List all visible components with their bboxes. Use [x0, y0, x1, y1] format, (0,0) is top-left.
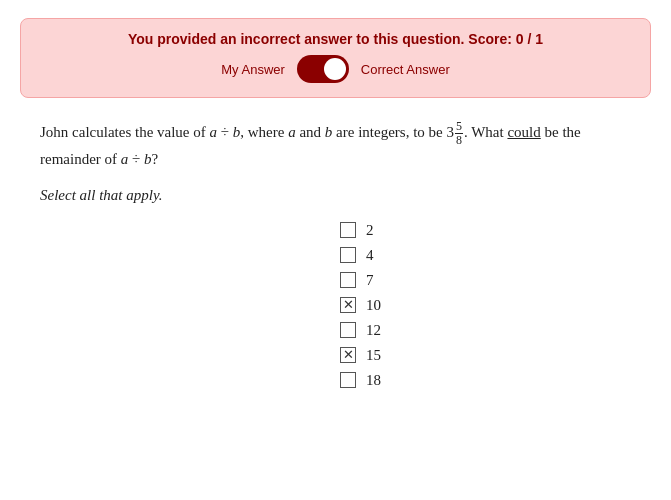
options-list: 2 4 7 ✕ 10 12 ✕ 15 18: [340, 222, 641, 389]
checkbox-4[interactable]: [340, 247, 356, 263]
checkbox-2[interactable]: [340, 222, 356, 238]
checkbox-10[interactable]: ✕: [340, 297, 356, 313]
alert-text: You provided an incorrect answer to this…: [41, 31, 630, 47]
toggle-knob: [324, 58, 346, 80]
answer-toggle[interactable]: [297, 55, 349, 83]
list-item: 2: [340, 222, 374, 239]
list-item: 4: [340, 247, 374, 264]
correct-answer-label: Correct Answer: [361, 62, 450, 77]
list-item: 18: [340, 372, 381, 389]
list-item: ✕ 15: [340, 347, 381, 364]
option-label: 10: [366, 297, 381, 314]
option-label: 18: [366, 372, 381, 389]
list-item: 7: [340, 272, 374, 289]
toggle-row: My Answer Correct Answer: [41, 55, 630, 83]
checkbox-7[interactable]: [340, 272, 356, 288]
list-item: ✕ 10: [340, 297, 381, 314]
checkbox-18[interactable]: [340, 372, 356, 388]
alert-banner: You provided an incorrect answer to this…: [20, 18, 651, 98]
option-label: 15: [366, 347, 381, 364]
my-answer-label: My Answer: [221, 62, 285, 77]
select-all-label: Select all that apply.: [40, 187, 641, 204]
option-label: 7: [366, 272, 374, 289]
option-label: 4: [366, 247, 374, 264]
checkbox-15[interactable]: ✕: [340, 347, 356, 363]
question-text: John calculates the value of a ÷ b, wher…: [40, 120, 641, 173]
list-item: 12: [340, 322, 381, 339]
option-label: 12: [366, 322, 381, 339]
checkbox-12[interactable]: [340, 322, 356, 338]
option-label: 2: [366, 222, 374, 239]
question-area: John calculates the value of a ÷ b, wher…: [40, 120, 641, 389]
